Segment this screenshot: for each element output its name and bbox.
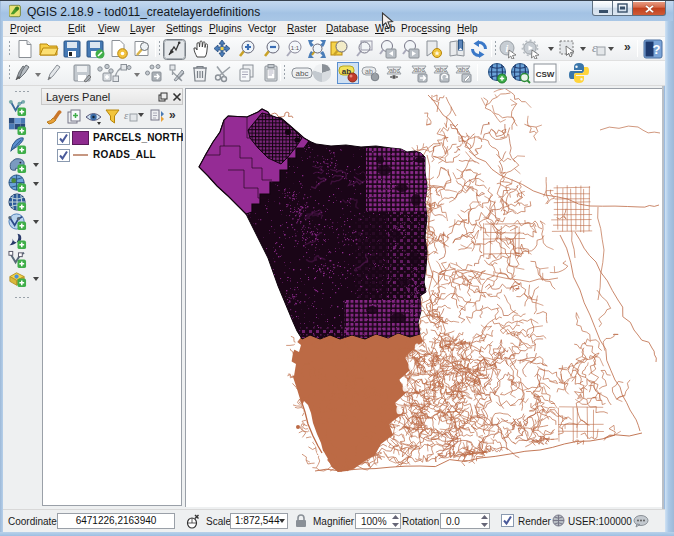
- svg-text:abc: abc: [436, 66, 447, 73]
- svg-text:CSW: CSW: [536, 70, 555, 79]
- svg-text:ε: ε: [124, 109, 129, 121]
- svg-text:abc: abc: [296, 69, 309, 78]
- svg-text:abc: abc: [389, 67, 400, 74]
- svg-text:?: ?: [653, 42, 661, 57]
- svg-text:abc: abc: [458, 66, 469, 73]
- svg-text:i: i: [506, 43, 509, 54]
- svg-text:abc: abc: [414, 66, 425, 73]
- svg-text:1:1: 1:1: [291, 45, 300, 51]
- svg-text:ab: ab: [365, 68, 373, 75]
